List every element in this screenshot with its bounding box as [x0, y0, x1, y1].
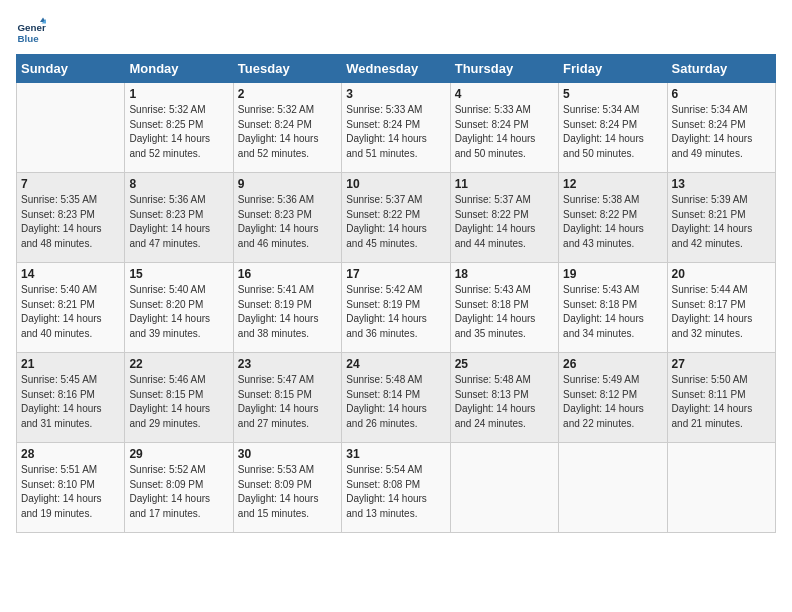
day-number: 22 — [129, 357, 228, 371]
day-number: 26 — [563, 357, 662, 371]
calendar-cell: 6Sunrise: 5:34 AM Sunset: 8:24 PM Daylig… — [667, 83, 775, 173]
calendar-cell: 16Sunrise: 5:41 AM Sunset: 8:19 PM Dayli… — [233, 263, 341, 353]
calendar-header: SundayMondayTuesdayWednesdayThursdayFrid… — [17, 55, 776, 83]
day-number: 28 — [21, 447, 120, 461]
calendar-week-row: 14Sunrise: 5:40 AM Sunset: 8:21 PM Dayli… — [17, 263, 776, 353]
calendar-week-row: 1Sunrise: 5:32 AM Sunset: 8:25 PM Daylig… — [17, 83, 776, 173]
day-number: 11 — [455, 177, 554, 191]
day-info: Sunrise: 5:37 AM Sunset: 8:22 PM Dayligh… — [455, 193, 554, 251]
calendar-cell: 1Sunrise: 5:32 AM Sunset: 8:25 PM Daylig… — [125, 83, 233, 173]
day-info: Sunrise: 5:46 AM Sunset: 8:15 PM Dayligh… — [129, 373, 228, 431]
day-info: Sunrise: 5:53 AM Sunset: 8:09 PM Dayligh… — [238, 463, 337, 521]
calendar-cell — [559, 443, 667, 533]
day-info: Sunrise: 5:43 AM Sunset: 8:18 PM Dayligh… — [455, 283, 554, 341]
day-info: Sunrise: 5:48 AM Sunset: 8:14 PM Dayligh… — [346, 373, 445, 431]
calendar-cell: 4Sunrise: 5:33 AM Sunset: 8:24 PM Daylig… — [450, 83, 558, 173]
calendar-cell: 9Sunrise: 5:36 AM Sunset: 8:23 PM Daylig… — [233, 173, 341, 263]
calendar-cell: 12Sunrise: 5:38 AM Sunset: 8:22 PM Dayli… — [559, 173, 667, 263]
calendar-cell: 15Sunrise: 5:40 AM Sunset: 8:20 PM Dayli… — [125, 263, 233, 353]
calendar-cell: 26Sunrise: 5:49 AM Sunset: 8:12 PM Dayli… — [559, 353, 667, 443]
calendar-cell: 30Sunrise: 5:53 AM Sunset: 8:09 PM Dayli… — [233, 443, 341, 533]
day-number: 14 — [21, 267, 120, 281]
calendar-cell: 22Sunrise: 5:46 AM Sunset: 8:15 PM Dayli… — [125, 353, 233, 443]
calendar-cell: 14Sunrise: 5:40 AM Sunset: 8:21 PM Dayli… — [17, 263, 125, 353]
day-info: Sunrise: 5:44 AM Sunset: 8:17 PM Dayligh… — [672, 283, 771, 341]
calendar-table: SundayMondayTuesdayWednesdayThursdayFrid… — [16, 54, 776, 533]
svg-text:General: General — [18, 22, 47, 33]
day-info: Sunrise: 5:54 AM Sunset: 8:08 PM Dayligh… — [346, 463, 445, 521]
weekday-header: Thursday — [450, 55, 558, 83]
day-info: Sunrise: 5:38 AM Sunset: 8:22 PM Dayligh… — [563, 193, 662, 251]
day-number: 7 — [21, 177, 120, 191]
day-info: Sunrise: 5:48 AM Sunset: 8:13 PM Dayligh… — [455, 373, 554, 431]
calendar-week-row: 21Sunrise: 5:45 AM Sunset: 8:16 PM Dayli… — [17, 353, 776, 443]
day-info: Sunrise: 5:47 AM Sunset: 8:15 PM Dayligh… — [238, 373, 337, 431]
day-number: 24 — [346, 357, 445, 371]
day-number: 25 — [455, 357, 554, 371]
calendar-cell: 10Sunrise: 5:37 AM Sunset: 8:22 PM Dayli… — [342, 173, 450, 263]
calendar-cell — [450, 443, 558, 533]
weekday-header: Tuesday — [233, 55, 341, 83]
calendar-cell: 19Sunrise: 5:43 AM Sunset: 8:18 PM Dayli… — [559, 263, 667, 353]
weekday-header: Saturday — [667, 55, 775, 83]
weekday-header: Sunday — [17, 55, 125, 83]
day-info: Sunrise: 5:45 AM Sunset: 8:16 PM Dayligh… — [21, 373, 120, 431]
calendar-cell: 25Sunrise: 5:48 AM Sunset: 8:13 PM Dayli… — [450, 353, 558, 443]
calendar-cell — [667, 443, 775, 533]
calendar-cell: 24Sunrise: 5:48 AM Sunset: 8:14 PM Dayli… — [342, 353, 450, 443]
day-info: Sunrise: 5:36 AM Sunset: 8:23 PM Dayligh… — [238, 193, 337, 251]
calendar-cell: 31Sunrise: 5:54 AM Sunset: 8:08 PM Dayli… — [342, 443, 450, 533]
day-info: Sunrise: 5:37 AM Sunset: 8:22 PM Dayligh… — [346, 193, 445, 251]
calendar-cell: 18Sunrise: 5:43 AM Sunset: 8:18 PM Dayli… — [450, 263, 558, 353]
weekday-header: Monday — [125, 55, 233, 83]
svg-text:Blue: Blue — [18, 33, 40, 44]
day-number: 18 — [455, 267, 554, 281]
day-number: 13 — [672, 177, 771, 191]
logo: General Blue — [16, 16, 50, 46]
day-number: 20 — [672, 267, 771, 281]
day-number: 9 — [238, 177, 337, 191]
day-number: 27 — [672, 357, 771, 371]
day-number: 17 — [346, 267, 445, 281]
day-number: 1 — [129, 87, 228, 101]
day-info: Sunrise: 5:41 AM Sunset: 8:19 PM Dayligh… — [238, 283, 337, 341]
day-number: 23 — [238, 357, 337, 371]
day-info: Sunrise: 5:52 AM Sunset: 8:09 PM Dayligh… — [129, 463, 228, 521]
day-info: Sunrise: 5:33 AM Sunset: 8:24 PM Dayligh… — [455, 103, 554, 161]
day-number: 30 — [238, 447, 337, 461]
day-info: Sunrise: 5:51 AM Sunset: 8:10 PM Dayligh… — [21, 463, 120, 521]
day-number: 16 — [238, 267, 337, 281]
calendar-cell: 21Sunrise: 5:45 AM Sunset: 8:16 PM Dayli… — [17, 353, 125, 443]
logo-icon: General Blue — [16, 16, 46, 46]
day-info: Sunrise: 5:36 AM Sunset: 8:23 PM Dayligh… — [129, 193, 228, 251]
calendar-cell: 29Sunrise: 5:52 AM Sunset: 8:09 PM Dayli… — [125, 443, 233, 533]
day-number: 6 — [672, 87, 771, 101]
day-number: 19 — [563, 267, 662, 281]
day-number: 12 — [563, 177, 662, 191]
calendar-cell: 23Sunrise: 5:47 AM Sunset: 8:15 PM Dayli… — [233, 353, 341, 443]
day-number: 15 — [129, 267, 228, 281]
day-info: Sunrise: 5:40 AM Sunset: 8:21 PM Dayligh… — [21, 283, 120, 341]
calendar-cell: 7Sunrise: 5:35 AM Sunset: 8:23 PM Daylig… — [17, 173, 125, 263]
day-info: Sunrise: 5:35 AM Sunset: 8:23 PM Dayligh… — [21, 193, 120, 251]
day-number: 31 — [346, 447, 445, 461]
day-number: 4 — [455, 87, 554, 101]
day-number: 2 — [238, 87, 337, 101]
calendar-cell: 11Sunrise: 5:37 AM Sunset: 8:22 PM Dayli… — [450, 173, 558, 263]
day-number: 21 — [21, 357, 120, 371]
day-number: 8 — [129, 177, 228, 191]
calendar-cell: 8Sunrise: 5:36 AM Sunset: 8:23 PM Daylig… — [125, 173, 233, 263]
day-info: Sunrise: 5:32 AM Sunset: 8:24 PM Dayligh… — [238, 103, 337, 161]
calendar-cell: 3Sunrise: 5:33 AM Sunset: 8:24 PM Daylig… — [342, 83, 450, 173]
calendar-cell: 20Sunrise: 5:44 AM Sunset: 8:17 PM Dayli… — [667, 263, 775, 353]
calendar-cell: 13Sunrise: 5:39 AM Sunset: 8:21 PM Dayli… — [667, 173, 775, 263]
day-info: Sunrise: 5:34 AM Sunset: 8:24 PM Dayligh… — [563, 103, 662, 161]
day-info: Sunrise: 5:49 AM Sunset: 8:12 PM Dayligh… — [563, 373, 662, 431]
calendar-cell: 27Sunrise: 5:50 AM Sunset: 8:11 PM Dayli… — [667, 353, 775, 443]
calendar-week-row: 28Sunrise: 5:51 AM Sunset: 8:10 PM Dayli… — [17, 443, 776, 533]
day-number: 5 — [563, 87, 662, 101]
day-info: Sunrise: 5:40 AM Sunset: 8:20 PM Dayligh… — [129, 283, 228, 341]
day-number: 3 — [346, 87, 445, 101]
day-info: Sunrise: 5:32 AM Sunset: 8:25 PM Dayligh… — [129, 103, 228, 161]
weekday-header: Wednesday — [342, 55, 450, 83]
